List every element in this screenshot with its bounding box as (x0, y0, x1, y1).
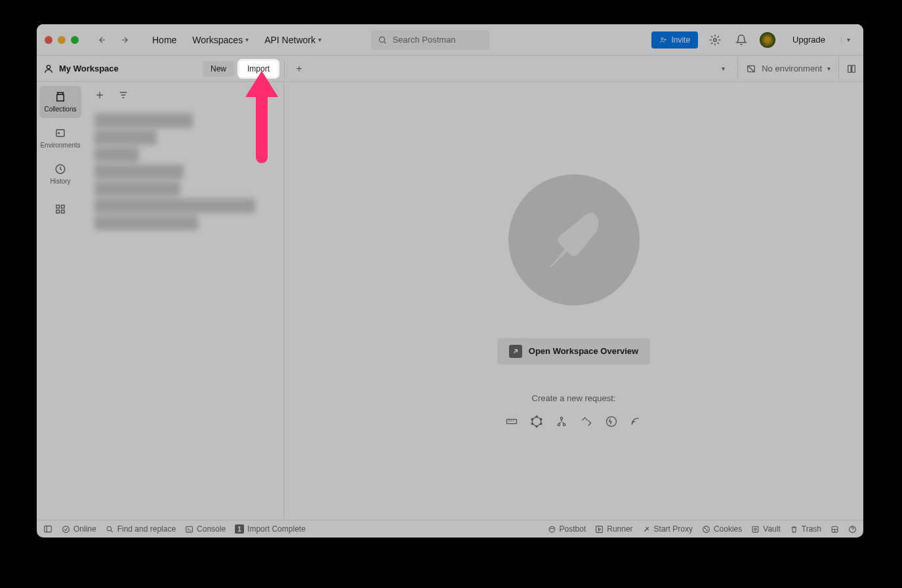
rail-history[interactable]: History (39, 158, 81, 190)
invite-button[interactable]: Invite (651, 31, 698, 49)
online-status[interactable]: Online (62, 524, 96, 534)
chevron-down-icon: ▾ (245, 36, 249, 43)
filter-icon (118, 90, 129, 100)
environments-icon (54, 127, 66, 139)
collections-icon (54, 91, 66, 103)
chevron-down-icon: ▾ (827, 65, 830, 72)
search-box[interactable] (371, 30, 489, 50)
http-request-button[interactable] (505, 415, 518, 428)
close-window[interactable] (45, 36, 52, 44)
upgrade-dropdown[interactable]: ▾ (841, 36, 855, 43)
search-icon (106, 525, 114, 534)
rail-environments[interactable]: Environments (39, 122, 81, 154)
start-proxy-label: Start Proxy (654, 524, 693, 534)
chevron-down-icon: ▾ (722, 65, 725, 72)
terminal-icon (185, 525, 194, 534)
svg-rect-10 (56, 205, 60, 208)
svg-point-8 (58, 132, 60, 134)
nav-workspaces[interactable]: Workspaces ▾ (186, 31, 255, 49)
import-complete-label: Import Complete (247, 524, 306, 534)
upgrade-button[interactable]: Upgrade (785, 31, 833, 49)
import-complete-status[interactable]: 1 Import Complete (235, 524, 306, 534)
svg-point-40 (754, 528, 756, 530)
nav-api-network-label: API Network (264, 35, 316, 45)
user-icon (43, 64, 54, 74)
runner-label: Runner (607, 524, 632, 534)
history-icon (54, 163, 66, 175)
traffic-lights (45, 36, 79, 44)
maximize-window[interactable] (71, 36, 79, 44)
settings-button[interactable] (706, 31, 724, 49)
environment-quick-look[interactable] (838, 56, 863, 81)
grid-icon (54, 203, 66, 215)
find-replace-button[interactable]: Find and replace (106, 524, 176, 534)
runner-button[interactable]: Runner (595, 524, 632, 534)
new-button[interactable]: New (203, 61, 234, 77)
more-options-button[interactable] (260, 87, 276, 103)
plus-icon (94, 90, 105, 100)
console-label: Console (197, 524, 226, 534)
invite-label: Invite (671, 35, 690, 45)
help-icon (848, 525, 857, 534)
postman-logo (508, 174, 640, 305)
forward-button[interactable] (115, 31, 134, 49)
websocket-request-button[interactable] (580, 415, 593, 428)
nav-workspaces-label: Workspaces (192, 35, 243, 45)
rail-collections[interactable]: Collections (39, 86, 81, 118)
start-proxy-button[interactable]: Start Proxy (642, 524, 693, 534)
trash-icon (790, 525, 798, 534)
svg-rect-35 (596, 526, 603, 532)
back-button[interactable] (93, 31, 112, 49)
svg-point-36 (703, 526, 710, 532)
svg-point-14 (264, 94, 265, 96)
vault-button[interactable]: Vault (751, 524, 780, 534)
tabs-dropdown[interactable]: ▾ (714, 60, 732, 78)
svg-rect-7 (56, 130, 64, 137)
environment-selector[interactable]: No environment ▾ (737, 56, 838, 81)
svg-point-16 (270, 94, 272, 96)
svg-point-32 (549, 526, 555, 532)
no-environment-icon (746, 64, 756, 74)
minimize-window[interactable] (58, 36, 66, 44)
user-avatar[interactable] (758, 31, 777, 49)
chevron-down-icon: ▾ (318, 36, 321, 43)
notifications-button[interactable] (732, 31, 750, 49)
add-tab-button[interactable]: + (290, 60, 308, 78)
nav-api-network[interactable]: API Network ▾ (258, 31, 328, 49)
svg-rect-39 (752, 526, 758, 532)
console-button[interactable]: Console (185, 524, 226, 534)
svg-point-29 (63, 526, 70, 532)
panel-icon (43, 524, 52, 534)
help-button[interactable] (848, 525, 857, 534)
svg-point-30 (107, 526, 112, 531)
chevron-down-icon: ▾ (847, 36, 850, 43)
bell-icon (735, 34, 747, 46)
cookies-label: Cookies (714, 524, 742, 534)
check-circle-icon (62, 525, 70, 534)
sidebar-toggle[interactable] (43, 524, 52, 534)
nav-home[interactable]: Home (146, 31, 183, 49)
layout-button[interactable] (830, 525, 839, 534)
svg-point-37 (705, 528, 705, 528)
mqtt-request-button[interactable] (630, 415, 643, 428)
trash-button[interactable]: Trash (790, 524, 821, 534)
svg-point-3 (47, 65, 50, 68)
postman-icon (528, 194, 620, 286)
import-button[interactable]: Import (239, 61, 277, 77)
workspace-title[interactable]: My Workspace (43, 64, 197, 74)
vault-icon (751, 525, 760, 534)
cookies-button[interactable]: Cookies (702, 524, 742, 534)
open-workspace-overview-button[interactable]: Open Workspace Overview (497, 338, 650, 364)
rail-more[interactable] (39, 198, 81, 220)
svg-point-34 (552, 528, 553, 528)
add-collection-button[interactable] (92, 87, 108, 103)
grpc-request-button[interactable] (555, 415, 568, 428)
socketio-request-button[interactable] (605, 415, 618, 428)
filter-button[interactable] (115, 87, 131, 103)
search-icon (378, 35, 387, 45)
svg-point-26 (563, 423, 565, 425)
search-input[interactable] (392, 35, 483, 45)
rail-collections-label: Collections (45, 106, 77, 113)
postbot-button[interactable]: Postbot (548, 524, 586, 534)
graphql-request-button[interactable] (530, 415, 543, 428)
